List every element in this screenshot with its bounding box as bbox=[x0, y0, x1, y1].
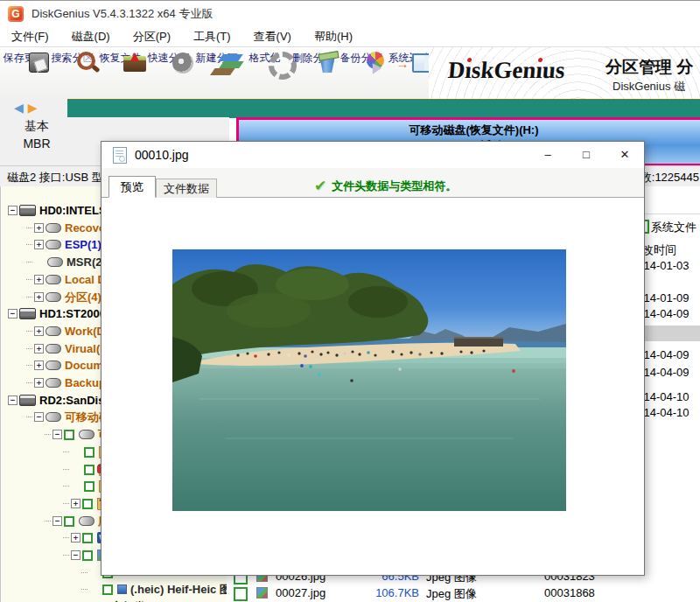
tree-item-label: 分区(4) bbox=[65, 290, 102, 305]
tree-expander-icon[interactable]: + bbox=[34, 344, 44, 354]
tree-connector bbox=[45, 521, 51, 522]
tree-connector bbox=[63, 503, 69, 505]
tree-connector bbox=[26, 244, 32, 246]
disk-info-left: 磁盘2 接口:USB 型 bbox=[7, 170, 103, 186]
tree-connector bbox=[26, 365, 32, 367]
格式化-button[interactable]: 格式化 bbox=[241, 47, 289, 101]
tree-checkbox[interactable] bbox=[84, 465, 94, 475]
快速分区-button[interactable]: 快速分区 bbox=[144, 47, 192, 101]
menu-item[interactable]: 帮助(H) bbox=[303, 27, 364, 46]
tree-item-HD0:INTELS[interactable]: −HD0:INTELS bbox=[8, 202, 107, 219]
tree-expander-icon[interactable]: + bbox=[71, 499, 80, 508]
保存更改-button[interactable]: 保存更改 bbox=[0, 47, 48, 101]
next-disk-arrow-icon[interactable]: ▶ bbox=[28, 101, 42, 115]
tree-item-MSR(2)[interactable]: MSR(2) bbox=[26, 254, 106, 270]
brand-tagline-1: 分区管理 分 bbox=[606, 56, 693, 79]
partition-icon bbox=[47, 257, 63, 267]
tree-expander-icon[interactable]: + bbox=[34, 378, 44, 388]
disk-type-label: 基本 MBR bbox=[0, 117, 74, 152]
tree-connector bbox=[26, 331, 32, 332]
tree-expander-icon[interactable]: + bbox=[34, 360, 44, 370]
tree-item-label: (.heic) Heif-Heic 图像 bbox=[130, 582, 242, 598]
menu-item[interactable]: 文件(F) bbox=[0, 27, 60, 46]
tree-item-label: HD1:ST2000 bbox=[39, 307, 106, 320]
tree-checkbox[interactable] bbox=[64, 516, 74, 527]
tree-expander-icon[interactable]: − bbox=[8, 206, 18, 215]
tree-expander-icon[interactable]: + bbox=[34, 292, 44, 302]
tree-item-分区(4)[interactable]: +分区(4) bbox=[26, 289, 102, 305]
tree-expander-icon[interactable]: − bbox=[34, 412, 44, 422]
tree-item-label: 音频类 bbox=[111, 599, 145, 602]
tree-connector bbox=[63, 537, 69, 539]
新建分区-button[interactable]: 新建分区 bbox=[192, 47, 241, 101]
tree-expander-icon[interactable]: − bbox=[71, 550, 80, 560]
menu-item[interactable]: 磁盘(D) bbox=[60, 27, 122, 46]
menu-bar: 文件(F)磁盘(D)分区(P)工具(T)查看(V)帮助(H) bbox=[0, 27, 700, 46]
恢复文件-button[interactable]: 恢复文件 bbox=[96, 47, 144, 101]
partition-map-band bbox=[67, 99, 700, 118]
row-checkbox[interactable] bbox=[234, 587, 248, 601]
tree-expander-icon[interactable]: − bbox=[8, 309, 18, 318]
tab-file-data[interactable]: 文件数据 bbox=[156, 178, 217, 198]
tree-connector bbox=[63, 555, 69, 556]
删除分区-button[interactable]: 删除分区 bbox=[289, 47, 337, 101]
tree-connector bbox=[63, 486, 69, 487]
brand-banner: DıskGenıus 分区管理 分 DiskGenius 磁 bbox=[429, 47, 700, 99]
close-button[interactable]: ✕ bbox=[606, 142, 644, 168]
menu-item[interactable]: 查看(V) bbox=[242, 27, 303, 46]
tree-item-(.heic) Heif-Heic 图像[interactable]: (.heic) Heif-Heic 图像 bbox=[81, 581, 242, 598]
tree-item-音频类[interactable]: +音频类 bbox=[63, 598, 145, 602]
tree-expander-icon[interactable]: − bbox=[52, 516, 62, 526]
搜索分区-button[interactable]: 搜索分区 bbox=[48, 47, 96, 101]
tab-preview[interactable]: 预览 bbox=[108, 176, 156, 198]
tree-item-label: HD0:INTELS bbox=[39, 204, 107, 217]
tree-checkbox[interactable] bbox=[82, 533, 93, 543]
minimize-button[interactable]: – bbox=[528, 142, 567, 168]
tree-expander-icon[interactable]: − bbox=[8, 396, 18, 405]
file-name-cell: 00027.jpg bbox=[276, 586, 326, 599]
tree-connector bbox=[26, 279, 32, 281]
app-logo-icon: G bbox=[8, 6, 24, 22]
tree-expander-icon[interactable]: − bbox=[52, 430, 62, 439]
jpeg-file-icon bbox=[256, 587, 268, 598]
tree-expander-icon[interactable]: + bbox=[34, 240, 44, 249]
partition-icon bbox=[46, 360, 61, 370]
tree-item-ESP(1)[interactable]: +ESP(1) bbox=[26, 236, 102, 253]
tree-expander-icon[interactable]: + bbox=[34, 326, 44, 336]
tree-item-RD2:SanDisk[interactable]: −RD2:SanDisk bbox=[8, 392, 111, 409]
partition-icon bbox=[46, 378, 61, 388]
tree-connector bbox=[63, 469, 69, 471]
dialog-titlebar[interactable]: 00010.jpg – □ ✕ bbox=[102, 142, 644, 168]
window-title: DiskGenius V5.4.3.1322 x64 专业版 bbox=[32, 6, 213, 22]
tree-checkbox[interactable] bbox=[82, 550, 93, 561]
tree-expander-icon[interactable]: + bbox=[71, 533, 80, 542]
window-titlebar: G DiskGenius V5.4.3.1322 x64 专业版 bbox=[0, 1, 700, 27]
diskgenius-logo: DıskGenıus bbox=[447, 57, 566, 84]
brand-tagline-2: DiskGenius 磁 bbox=[612, 79, 685, 94]
tree-checkbox[interactable] bbox=[84, 481, 94, 492]
menu-item[interactable]: 工具(T) bbox=[182, 27, 242, 46]
备份分区-button[interactable]: 备份分区 bbox=[337, 47, 385, 101]
disk-type-basic: 基本 bbox=[0, 117, 74, 135]
prev-disk-arrow-icon[interactable]: ◀ bbox=[14, 101, 28, 115]
tree-item-HD1:ST2000[interactable]: −HD1:ST2000 bbox=[8, 305, 106, 322]
partition-icon bbox=[46, 275, 61, 284]
tree-checkbox[interactable] bbox=[64, 430, 74, 440]
tree-checkbox[interactable] bbox=[102, 584, 113, 595]
maximize-button[interactable]: □ bbox=[567, 142, 606, 168]
tree-checkbox[interactable] bbox=[82, 499, 93, 509]
menu-item[interactable]: 分区(P) bbox=[122, 27, 182, 46]
系统迁移-button[interactable]: 系统迁移 bbox=[385, 47, 433, 101]
file-preview-icon bbox=[113, 147, 127, 164]
table-row-00027.jpg[interactable]: 00027.jpg106.7KBJpeg 图像00031868 bbox=[227, 584, 700, 601]
disk-scheme-mbr: MBR bbox=[0, 135, 74, 152]
partition-icon bbox=[46, 344, 61, 354]
tree-checkbox[interactable] bbox=[84, 447, 94, 458]
tree-expander-icon[interactable]: + bbox=[34, 275, 44, 284]
partition-icon bbox=[46, 412, 61, 422]
tree-expander-icon[interactable]: + bbox=[34, 223, 44, 233]
hard-disk-icon bbox=[19, 395, 36, 406]
hard-disk-icon bbox=[19, 205, 36, 216]
selected-row-highlight bbox=[644, 326, 700, 341]
tree-item-Work(D:)[interactable]: +Work(D:) bbox=[26, 323, 113, 340]
